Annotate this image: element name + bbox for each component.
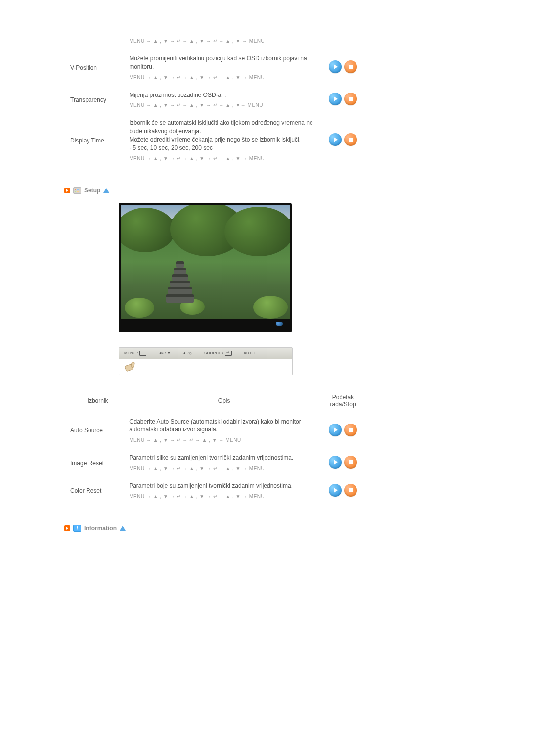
col-header-izbornik: Izbornik bbox=[68, 389, 127, 413]
row-desc-transparency: Mijenja prozirnost pozadine OSD-a. : bbox=[129, 91, 319, 99]
section-title: Information bbox=[84, 525, 117, 532]
btnbar-menu-label: MENU / bbox=[124, 351, 138, 355]
row-desc-colorreset: Parametri boje su zamijenjeni tvornički … bbox=[129, 482, 319, 490]
row-desc-displaytime-3: - 5 sec, 10 sec, 20 sec, 200 sec bbox=[129, 144, 319, 152]
nav-sequence: MENU → ▲ , ▼ → ↵ → ▲ , ▼ → ↵ → ▲ , ▼ → M… bbox=[129, 465, 319, 472]
monitor-illustration bbox=[119, 203, 292, 332]
power-led-icon bbox=[276, 322, 283, 326]
expand-icon bbox=[64, 188, 70, 193]
hand-pointer-icon bbox=[124, 362, 137, 372]
row-desc-vposition: Možete promijeniti vertikalnu poziciju k… bbox=[129, 54, 319, 71]
row-desc-displaytime-1: Izbornik će se automatski isključiti ako… bbox=[129, 119, 319, 136]
row-label-transparency: Transparency bbox=[68, 86, 127, 114]
mode-down-icon: ◄▪ / ▼ bbox=[158, 351, 171, 355]
play-button[interactable] bbox=[329, 60, 342, 73]
play-button[interactable] bbox=[329, 93, 342, 105]
nav-sequence: MENU → ▲ , ▼ → ↵ → ↵ → ▲ , ▼ → MENU bbox=[129, 437, 319, 444]
button-bar-illustration: MENU / ◄▪ / ▼ ▲ /☼ SOURCE / AUTO bbox=[119, 347, 293, 375]
row-label-autosource: Auto Source bbox=[68, 413, 127, 449]
stop-button[interactable] bbox=[344, 93, 357, 105]
row-label-imagereset: Image Reset bbox=[68, 449, 127, 477]
enter-box-icon bbox=[225, 351, 232, 356]
up-triangle-icon[interactable] bbox=[120, 526, 126, 531]
col-header-opis: Opis bbox=[127, 389, 321, 413]
up-bright-icon: ▲ /☼ bbox=[182, 351, 192, 355]
btnbar-source-label: SOURCE / bbox=[204, 351, 223, 355]
row-label-displaytime: Display Time bbox=[68, 114, 127, 167]
nav-sequence: MENU → ▲ , ▼ → ↵ → ▲ , ▼ → ↵ → ▲ , ▼→ ME… bbox=[129, 102, 319, 109]
play-button[interactable] bbox=[329, 133, 342, 146]
play-button[interactable] bbox=[329, 456, 342, 469]
menu-box-icon bbox=[139, 351, 146, 356]
nav-sequence: MENU → ▲ , ▼ → ↵ → ▲ , ▼ → ↵ → ▲ , ▼ → M… bbox=[129, 155, 319, 162]
row-desc-displaytime-2: Možete odrediti vrijeme čekanja prije ne… bbox=[129, 136, 319, 144]
nav-sequence: MENU → ▲ , ▼ → ↵ → ▲ , ▼ → ↵ → ▲ , ▼ → M… bbox=[129, 74, 319, 81]
nav-sequence: MENU → ▲ , ▼ → ↵ → ▲ , ▼ → ↵ → ▲ , ▼ → M… bbox=[129, 38, 319, 45]
col-header-pocetak: Početak rada/Stop bbox=[321, 389, 365, 413]
setup-icon bbox=[73, 187, 81, 194]
play-button[interactable] bbox=[329, 484, 342, 497]
row-desc-imagereset: Parametri slike su zamijenjeni tvornički… bbox=[129, 454, 319, 462]
up-triangle-icon[interactable] bbox=[103, 188, 109, 193]
row-label-vposition: V-Position bbox=[68, 49, 127, 86]
row-label-colorreset: Color Reset bbox=[68, 477, 127, 505]
stop-button[interactable] bbox=[344, 60, 357, 73]
nav-sequence: MENU → ▲ , ▼ → ↵ → ▲ , ▼ → ↵ → ▲ , ▼ → M… bbox=[129, 493, 319, 500]
section-header-setup: Setup bbox=[64, 187, 470, 194]
row-desc-autosource: Odaberite Auto Source (automatski odabir… bbox=[129, 418, 319, 434]
stop-button[interactable] bbox=[344, 133, 357, 146]
section-header-information: i Information bbox=[64, 525, 470, 532]
stop-button[interactable] bbox=[344, 484, 357, 497]
play-button[interactable] bbox=[329, 424, 342, 436]
info-icon: i bbox=[73, 525, 81, 532]
btnbar-auto-label: AUTO bbox=[244, 351, 255, 355]
stop-button[interactable] bbox=[344, 456, 357, 469]
expand-icon bbox=[64, 525, 70, 531]
stop-button[interactable] bbox=[344, 424, 357, 436]
section-title: Setup bbox=[84, 187, 100, 194]
